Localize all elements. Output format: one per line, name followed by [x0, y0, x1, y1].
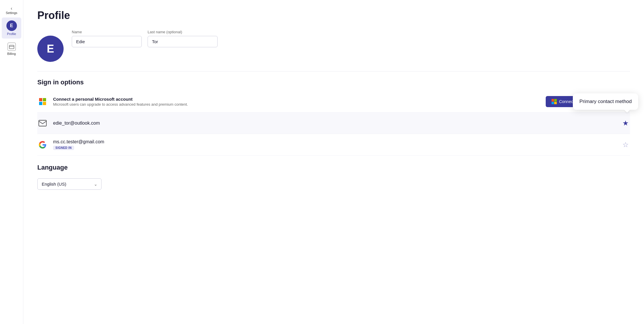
main-content: Profile E Name Last name (optional) Sign… — [23, 0, 644, 324]
primary-contact-star-google[interactable]: ☆ — [621, 140, 630, 150]
sidebar-item-billing[interactable]: Billing — [2, 40, 21, 58]
svg-rect-1 — [39, 120, 46, 126]
divider — [37, 71, 630, 72]
sidebar-item-label-billing: Billing — [7, 52, 16, 55]
google-option: ms.cc.tester@gmail.com SIGNED IN ☆ — [37, 134, 630, 156]
chevron-left-icon: ‹ — [11, 6, 12, 11]
microsoft-option: Connect a personal Microsoft account Mic… — [37, 91, 630, 113]
sidebar-item-profile[interactable]: E Profile — [2, 18, 21, 39]
last-name-label: Last name (optional) — [148, 30, 218, 34]
signed-in-badge: SIGNED IN — [53, 146, 74, 150]
microsoft-subtitle: Microsoft users can upgrade to access ad… — [53, 102, 540, 107]
microsoft-title: Connect a personal Microsoft account — [53, 97, 540, 102]
microsoft-icon — [37, 96, 48, 107]
first-name-input[interactable] — [72, 36, 142, 47]
email-option: edie_tor@outlook.com ★ — [37, 113, 630, 134]
sidebar: ‹ Settings E Profile Billing — [0, 0, 23, 324]
language-select[interactable]: English (US) Spanish French German — [37, 178, 102, 190]
primary-contact-star-email[interactable]: ★ — [621, 118, 630, 128]
name-section: E Name Last name (optional) — [37, 30, 630, 62]
billing-icon — [8, 43, 16, 51]
google-address: ms.cc.tester@gmail.com — [53, 139, 616, 144]
last-name-group: Last name (optional) — [148, 30, 218, 47]
avatar: E — [6, 20, 17, 31]
settings-label: Settings — [6, 11, 18, 15]
google-icon — [37, 140, 48, 150]
email-icon — [37, 118, 48, 128]
svg-rect-0 — [9, 45, 14, 49]
email-content: edie_tor@outlook.com — [53, 121, 616, 126]
language-title: Language — [37, 164, 630, 171]
sign-in-section: Sign in options Connect a personal Micro… — [37, 79, 630, 156]
primary-contact-tooltip: Primary contact method — [573, 93, 638, 110]
settings-back-button[interactable]: ‹ Settings — [0, 4, 23, 17]
language-section: Language English (US) Spanish French Ger… — [37, 164, 630, 190]
language-select-wrapper: English (US) Spanish French German ⌄ — [37, 178, 102, 190]
first-name-group: Name — [72, 30, 142, 47]
tooltip-text: Primary contact method — [579, 99, 632, 104]
page-title: Profile — [37, 9, 630, 22]
email-address: edie_tor@outlook.com — [53, 121, 616, 126]
name-fields: Name Last name (optional) — [72, 30, 218, 47]
google-content: ms.cc.tester@gmail.com SIGNED IN — [53, 139, 616, 150]
sidebar-item-label-profile: Profile — [7, 32, 16, 36]
sign-in-title: Sign in options — [37, 79, 630, 86]
first-name-label: Name — [72, 30, 142, 34]
user-avatar-large: E — [37, 36, 64, 62]
connect-btn-ms-icon — [552, 99, 557, 104]
last-name-input[interactable] — [148, 36, 218, 47]
microsoft-content: Connect a personal Microsoft account Mic… — [53, 97, 540, 107]
